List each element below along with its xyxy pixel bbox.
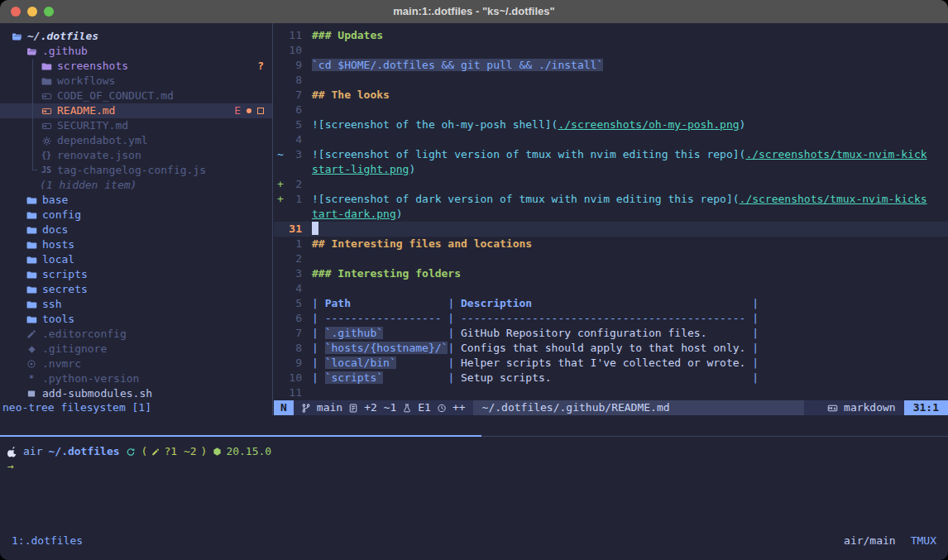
text-segment: GitHub Repository configuration files. [461,327,706,339]
text-segment: | [312,357,325,369]
tree-item-renovate.json[interactable]: {}renovate.json [0,148,272,163]
line-number: 10 [285,371,302,385]
tree-item-.gitignore[interactable]: .gitignore [0,342,272,357]
gutter-sign [274,117,285,132]
tree-item-badges: E [234,103,264,118]
cursor [312,222,318,235]
gutter-sign [274,371,285,385]
folder-icon [40,61,53,72]
gutter-sign [274,237,285,251]
folder-icon [40,76,53,87]
gutter-sign [274,207,285,222]
editor-line[interactable]: 9| `local/bin` | Helper scripts that I'v… [274,356,948,371]
line-text: | Path | Description | [312,296,759,311]
pane-divider[interactable] [481,436,948,437]
folder-icon [25,225,38,236]
tree-item-secrets[interactable]: secrets [0,282,272,297]
tree-item-docs[interactable]: docs [0,223,272,237]
tree-item--.dotfiles[interactable]: ~/.dotfiles [0,29,272,44]
line-text: ## The looks [312,88,390,103]
editor-line[interactable]: 6 [274,103,948,117]
text-segment: ![screenshot of the oh-my-posh shell]( [312,118,558,131]
editor-line[interactable]: ~3![screenshot of light version of tmux … [274,147,948,162]
editor-line[interactable]: 5![screenshot of the oh-my-posh shell](.… [274,117,948,132]
tree-item-screenshots[interactable]: screenshots? [0,59,272,74]
shell-input-line[interactable]: → [7,459,271,474]
tree-item-tag-changelog-config.js[interactable]: JStag-changelog-config.js [0,163,272,178]
line-number: 9 [285,356,302,371]
text-segment: | [312,297,325,309]
editor-line[interactable]: +1![screenshot of dark version of tmux w… [274,192,948,207]
gutter-sign [274,341,285,356]
text-segment: `.github` [325,327,383,339]
tree-item-.python-version[interactable]: *.python-version [0,371,272,386]
line-number: 11 [285,28,302,43]
editor-line[interactable]: 1## Interesting files and locations [274,237,948,251]
shell-host: air [23,444,42,459]
tree-item-hosts[interactable]: hosts [0,237,272,252]
tree-item-label: README.md [57,103,115,118]
line-number: 3 [285,147,302,162]
tree-item-local[interactable]: local [0,252,272,267]
tree-item-.editorconfig[interactable]: .editorconfig [0,327,272,342]
text-segment [706,327,745,339]
editor-line[interactable]: 10 [274,43,948,58]
close-button[interactable] [11,7,21,17]
tree-item-code-of-conduct.md[interactable]: CODE_OF_CONDUCT.md [0,89,272,103]
text-segment: ![screenshot of light version of tmux wi… [312,148,745,160]
nvm-icon [25,359,38,369]
tree-item-scripts[interactable]: scripts [0,267,272,282]
tree-item-label: add-submodules.sh [42,386,152,401]
tmux-window-name[interactable]: 1:.dotfiles [12,534,83,548]
editor-line[interactable]: 7| `.github` | GitHub Repository configu… [274,326,948,341]
editor-line[interactable]: +2 [274,177,948,192]
tree-item-workflows[interactable]: workflows [0,74,272,89]
text-segment [383,327,448,339]
editor-line[interactable]: tart-dark.png) [274,207,948,222]
line-number: 6 [285,103,302,117]
editor-line[interactable]: 8| `hosts/{hostname}/`| Configs that sho… [274,341,948,356]
tree-item-label: screenshots [57,59,128,74]
tree-item-label: workflows [57,74,115,89]
editor-line[interactable]: 8 [274,73,948,88]
tree-item--1-hidden-item-[interactable]: (1 hidden item) [0,178,272,193]
minimize-button[interactable] [27,7,37,17]
zoom-button[interactable] [44,7,54,17]
editor-line[interactable]: 3### Interesting folders [274,266,948,281]
editor-line[interactable]: 5| Path | Description | [274,296,948,311]
tree-item-.github[interactable]: .github [0,44,272,59]
tree-item-.nvmrc[interactable]: .nvmrc [0,357,272,371]
pane-divider-active[interactable] [0,435,481,437]
text-segment: | [745,357,759,369]
editor-line[interactable]: 10| `scripts` | Setup scripts. | [274,371,948,385]
tree-item-tools[interactable]: tools [0,312,272,327]
editor-line[interactable]: 7## The looks [274,88,948,103]
line-number: 6 [285,311,302,326]
editor-line[interactable]: 11 [274,385,948,400]
tree-item-security.md[interactable]: SECURITY.md [0,118,272,133]
diagnostics-count: E1 [418,400,431,415]
tree-item-ssh[interactable]: ssh [0,297,272,312]
line-number: 9 [285,58,302,73]
editor-line[interactable]: 4 [274,281,948,296]
tree-item-readme.md[interactable]: README.mdE [0,103,272,118]
editor-line[interactable]: 6| ------------------ | ----------------… [274,311,948,326]
tree-item-add-submodules.sh[interactable]: add-submodules.sh [0,386,272,401]
line-number: 8 [285,73,302,88]
editor-line[interactable]: 2 [274,251,948,266]
tmux-status-bar: 1:.dotfiles air/main TMUX [0,533,948,549]
text-segment: | [745,342,759,354]
editor-line[interactable]: 9`cd $HOME/.dotfiles && git pull && ./in… [274,58,948,73]
editor-line[interactable]: 4 [274,132,948,147]
folder-icon [25,255,38,266]
editor-line[interactable]: 11### Updates [274,28,948,43]
cursor-position: 31:1 [904,400,948,415]
editor-line[interactable]: start-light.png) [274,162,948,177]
tree-item-dependabot.yml[interactable]: dependabot.yml [0,133,272,148]
editor-line[interactable]: 31 [274,222,948,237]
tree-item-base[interactable]: base [0,193,272,208]
tree-item-config[interactable]: config [0,208,272,223]
terminal-window: main:1:.dotfiles - "ks~/.dotfiles" ~/.do… [0,0,948,560]
text-segment [351,297,448,309]
text-segment: | [312,327,325,339]
